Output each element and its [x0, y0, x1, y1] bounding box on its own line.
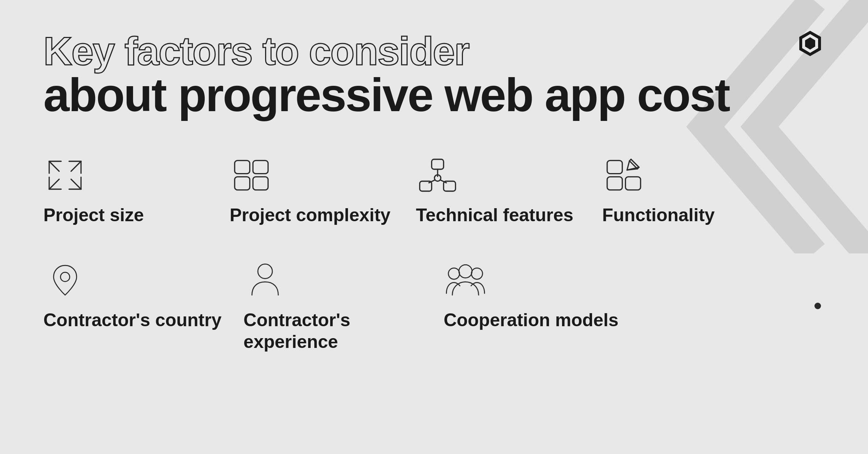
svg-line-14	[71, 179, 81, 189]
factor-project-complexity: Project complexity	[230, 157, 394, 226]
svg-line-5	[49, 161, 59, 172]
logo	[796, 29, 825, 59]
svg-rect-15	[235, 160, 250, 173]
svg-rect-26	[607, 160, 622, 173]
factor-cooperation-models: Cooperation models	[444, 262, 622, 353]
svg-rect-16	[253, 160, 268, 173]
svg-line-33	[627, 161, 630, 170]
svg-line-35	[627, 169, 638, 170]
factors-row-2: Contractor's country Contractor's experi…	[43, 262, 622, 353]
svg-point-40	[459, 265, 472, 278]
main-content: Key factors to consider about progressiv…	[0, 0, 868, 382]
technical-features-label: Technical features	[416, 204, 580, 226]
svg-rect-19	[432, 159, 444, 169]
network-icon	[416, 157, 459, 193]
factor-contractors-country: Contractor's country	[43, 262, 222, 353]
svg-rect-17	[235, 177, 250, 190]
svg-line-8	[71, 161, 81, 172]
project-complexity-label: Project complexity	[230, 204, 394, 226]
svg-rect-28	[625, 177, 641, 190]
contractors-country-label: Contractor's country	[43, 309, 222, 331]
edit-grid-icon	[602, 157, 646, 193]
person-icon	[243, 262, 287, 298]
location-icon	[43, 262, 87, 298]
svg-point-36	[60, 272, 69, 281]
svg-point-38	[448, 268, 459, 279]
factor-functionality: Functionality	[602, 157, 767, 226]
svg-line-11	[49, 179, 59, 189]
contractors-experience-label: Contractor's experience	[243, 309, 422, 353]
factor-project-size: Project size	[43, 157, 208, 226]
team-icon	[444, 262, 487, 298]
factors-row-1: Project size Project complexity	[43, 157, 767, 226]
cooperation-models-label: Cooperation models	[444, 309, 622, 331]
svg-point-37	[258, 264, 272, 278]
svg-point-39	[471, 268, 482, 279]
svg-rect-27	[607, 177, 622, 190]
svg-rect-18	[253, 177, 268, 190]
title-outline: Key factors to consider	[43, 29, 825, 73]
title-filled: about progressive web app cost	[43, 69, 825, 121]
factor-technical-features: Technical features	[416, 157, 580, 226]
factor-contractors-experience: Contractor's experience	[243, 262, 422, 353]
functionality-label: Functionality	[602, 204, 767, 226]
expand-icon	[43, 157, 87, 193]
project-size-label: Project size	[43, 204, 208, 226]
grid-icon	[230, 157, 273, 193]
